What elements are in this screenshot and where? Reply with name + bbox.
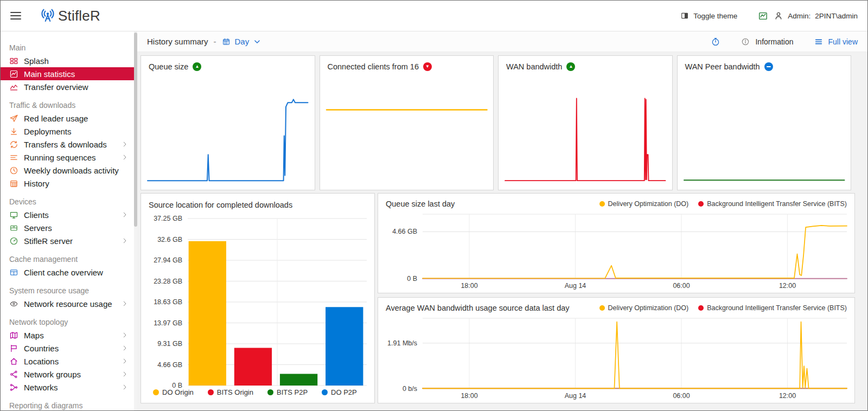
legend-item: Background Intelligent Transfer Service …	[698, 200, 847, 208]
full-view-button[interactable]: Full view	[828, 37, 858, 46]
sidebar-item-transfers-downloads[interactable]: Transfers & downloads	[1, 138, 134, 151]
sidebar-item-servers[interactable]: Servers	[1, 221, 134, 234]
y-axis-label: 37.25 GB	[154, 215, 182, 222]
hamburger-menu-icon[interactable]	[10, 12, 21, 20]
spark-card-title: Queue size	[149, 62, 188, 71]
sidebar-item-network-groups[interactable]: Network groups	[1, 368, 134, 381]
sidebar-item-label: StifleR server	[24, 236, 116, 246]
person-icon	[774, 11, 783, 21]
sidebar-item-client-cache-overview[interactable]: Client cache overview	[1, 266, 134, 279]
spark-card-wan-bandwidth: WAN bandwidth▲	[498, 55, 673, 190]
y-axis-label: 27.94 GB	[154, 256, 182, 264]
sparkline-chart	[684, 79, 845, 183]
chevron-right-icon	[121, 237, 129, 245]
sidebar-item-locations[interactable]: Locations	[1, 355, 134, 368]
y-axis-label: 4.66 GB	[392, 228, 417, 235]
chart-title: Source location for completed downloads	[149, 201, 292, 209]
sidebar-item-stifler-server[interactable]: StifleR server	[1, 234, 134, 247]
full-view-icon[interactable]	[814, 37, 823, 46]
transfer-overview-icon	[9, 82, 18, 92]
sidebar-item-red-leader-usage[interactable]: Red leader usage	[1, 112, 134, 125]
sidebar-item-history[interactable]: History	[1, 177, 134, 190]
content-header: History summary - Day Information Full v…	[137, 31, 867, 52]
weekly-icon	[9, 166, 18, 175]
maps-icon	[9, 331, 18, 340]
stopwatch-icon[interactable]	[711, 37, 720, 47]
sidebar-section-title-system-resource-usage: System resource usage	[1, 284, 134, 297]
x-axis-label: 06:00	[673, 392, 690, 400]
sidebar-item-maps[interactable]: Maps	[1, 329, 134, 342]
brand-name: StifleR	[58, 8, 100, 24]
admin-menu[interactable]: Admin: 2PINT\admin	[774, 11, 858, 21]
chart-icon[interactable]	[758, 11, 768, 21]
sidebar-item-weekly-downloads-activity[interactable]: Weekly downloads activity	[1, 164, 134, 177]
sidebar-item-running-sequences[interactable]: Running sequences	[1, 151, 134, 164]
spark-card-wan-peer-bandwidth: WAN Peer bandwidth	[677, 55, 852, 190]
information-button[interactable]: Information	[755, 37, 793, 46]
legend-dot-icon	[698, 305, 704, 311]
chevron-right-icon	[121, 370, 129, 378]
x-axis-label: Aug 14	[565, 392, 586, 400]
sidebar-section-title-reporting-diagrams: Reporting & diagrams	[1, 399, 134, 410]
x-axis-label: Aug 14	[565, 282, 586, 290]
sidebar-item-main-statistics[interactable]: Main statistics	[1, 67, 134, 80]
countries-icon	[9, 344, 18, 353]
queue-size-last-day-card: Queue size last dayDelivery Optimization…	[378, 193, 855, 293]
cache-icon	[9, 268, 18, 277]
sidebar-item-label: Client cache overview	[24, 268, 129, 277]
toggle-theme-button[interactable]: Toggle theme	[680, 11, 737, 20]
bar-chart-plot	[188, 219, 367, 386]
chevron-right-icon	[121, 211, 129, 219]
chevron-right-icon	[121, 383, 129, 391]
admin-label: Admin:	[788, 12, 810, 20]
statistics-icon	[9, 69, 18, 79]
chevron-right-icon	[121, 300, 129, 307]
sparkline-chart	[505, 79, 666, 183]
sidebar-item-label: Weekly downloads activity	[24, 166, 129, 175]
spark-card-title: WAN Peer bandwidth	[685, 62, 760, 71]
x-axis-label: 18:00	[461, 392, 477, 400]
y-axis-label: 13.97 GB	[154, 319, 182, 327]
red-leader-icon	[9, 114, 18, 123]
legend-dot-icon	[599, 305, 605, 311]
sparkline-chart	[327, 79, 487, 183]
y-axis-label: 0 b/s	[403, 385, 417, 393]
y-axis-label: 0 B	[172, 382, 182, 389]
sidebar-nav: MainSplashMain statisticsTransfer overvi…	[1, 31, 134, 410]
sidebar-item-label: Countries	[24, 344, 116, 353]
sidebar-item-countries[interactable]: Countries	[1, 342, 134, 355]
stifler-server-icon	[9, 236, 18, 246]
sidebar-item-label: Network groups	[24, 370, 116, 379]
chevron-down-icon[interactable]	[253, 38, 261, 46]
trend-up-badge-icon: ▲	[566, 62, 575, 71]
spark-card-queue-size: Queue size▲	[141, 55, 315, 190]
legend-item: BITS Origin	[208, 388, 253, 396]
sidebar-item-label: Networks	[24, 383, 116, 392]
legend-dot-icon	[599, 201, 605, 207]
sidebar-item-networks[interactable]: Networks	[1, 381, 134, 394]
networks-icon	[9, 383, 18, 392]
servers-icon	[9, 223, 18, 233]
legend-dot-icon	[208, 389, 214, 395]
legend-dot-icon	[698, 201, 704, 207]
brand-logo[interactable]: StifleR	[40, 8, 100, 24]
info-icon[interactable]	[741, 37, 750, 46]
y-axis-label: 23.28 GB	[154, 278, 182, 285]
x-axis-label: 12:00	[779, 392, 796, 400]
period-dropdown[interactable]: Day	[235, 37, 250, 46]
app-window: StifleR Toggle theme Admin: 2PINT\admin …	[0, 0, 868, 411]
sidebar-item-label: Clients	[24, 210, 116, 220]
sidebar-item-clients[interactable]: Clients	[1, 208, 134, 221]
chart-title: Average WAN bandwidth usage source data …	[386, 304, 570, 312]
sidebar-section-title-network-topology: Network topology	[1, 316, 134, 329]
sidebar-item-label: Red leader usage	[24, 114, 129, 123]
sidebar-item-transfer-overview[interactable]: Transfer overview	[1, 80, 134, 93]
line-chart-plot	[423, 318, 847, 389]
sidebar-item-splash[interactable]: Splash	[1, 54, 134, 67]
y-axis-label: 4.66 GB	[157, 361, 182, 369]
sidebar-item-deployments[interactable]: Deployments	[1, 125, 134, 138]
sidebar-item-label: Locations	[24, 357, 116, 366]
legend-item: DO P2P	[322, 388, 357, 396]
sidebar-item-label: Servers	[24, 223, 129, 233]
sidebar-item-network-resource-usage[interactable]: Network resource usage	[1, 297, 134, 310]
